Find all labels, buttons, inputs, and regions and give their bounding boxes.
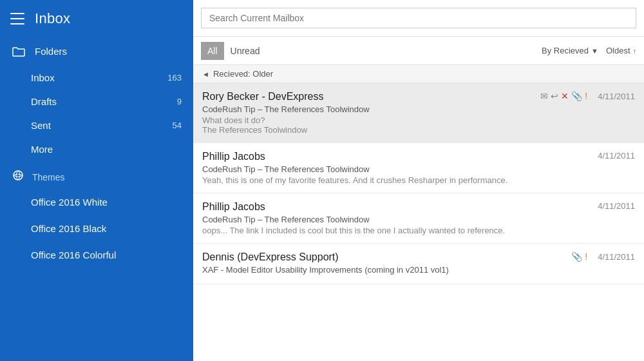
email-list: Rory Becker - DevExpress ✉ ↩ ✕ 📎 ! 4/11/… <box>193 83 644 361</box>
svg-point-0 <box>14 171 23 180</box>
sidebar-item-folders[interactable]: Folders <box>0 37 193 66</box>
more-label: More <box>31 144 53 155</box>
inbox-badge: 163 <box>167 73 182 83</box>
themes-section: Themes <box>0 161 193 189</box>
theme-colorful[interactable]: Office 2016 Colorful <box>0 242 193 268</box>
attachment-icon[interactable]: 📎 <box>571 91 582 101</box>
received-arrow-icon: ◄ <box>202 70 209 78</box>
filter-buttons: All Unread <box>201 42 266 60</box>
email-subject: CodeRush Tip – The References Toolwindow <box>202 215 635 224</box>
filter-all-button[interactable]: All <box>201 42 224 60</box>
sort-controls: By Recieved ▼ Oldest ↑ <box>542 46 636 55</box>
filter-unread-button[interactable]: Unread <box>224 42 267 60</box>
sidebar-item-inbox[interactable]: Inbox 163 <box>0 66 193 90</box>
folders-label: Folders <box>35 46 67 57</box>
email-action-icons: ✉ ↩ ✕ 📎 ! <box>540 91 587 101</box>
email-action-icons: 📎 ! <box>571 251 587 262</box>
received-label: Recieved: Older <box>213 69 273 79</box>
email-item[interactable]: Phillip Jacobs 4/11/2011 CodeRush Tip – … <box>193 143 644 193</box>
themes-label: Themes <box>32 172 65 182</box>
hamburger-menu-button[interactable] <box>10 13 24 24</box>
sent-label: Sent <box>31 120 51 131</box>
email-preview: oops... The link I included is cool but … <box>202 226 635 235</box>
search-bar <box>193 0 644 37</box>
folder-icon <box>12 46 26 57</box>
email-sender: Dennis (DevExpress Support) <box>202 251 339 263</box>
sort-order-label: Oldest <box>606 46 630 55</box>
inbox-label: Inbox <box>31 72 55 83</box>
email-sender: Rory Becker - DevExpress <box>202 91 324 102</box>
email-item[interactable]: Rory Becker - DevExpress ✉ ↩ ✕ 📎 ! 4/11/… <box>193 83 644 143</box>
sidebar-item-sent[interactable]: Sent 54 <box>0 113 193 137</box>
main-panel: All Unread By Recieved ▼ Oldest ↑ ◄ Reci… <box>193 0 644 361</box>
sidebar-item-more[interactable]: More <box>0 137 193 161</box>
email-preview: What does it do?The References Toolwindo… <box>202 115 635 135</box>
email-item[interactable]: Dennis (DevExpress Support) 📎 ! 4/11/201… <box>193 244 644 284</box>
email-sender: Phillip Jacobs <box>202 201 265 213</box>
sidebar-header: Inbox <box>0 0 193 37</box>
received-header: ◄ Recieved: Older <box>193 65 644 83</box>
filter-bar: All Unread By Recieved ▼ Oldest ↑ <box>193 37 644 65</box>
sort-order-arrow[interactable]: ↑ <box>633 47 637 55</box>
sidebar-title: Inbox <box>35 10 70 27</box>
sort-by-arrow[interactable]: ▼ <box>591 47 598 55</box>
email-preview: Yeah, this is one of my favorite feature… <box>202 175 635 185</box>
email-sender: Phillip Jacobs <box>202 151 265 162</box>
email-date: 4/11/2011 <box>598 92 635 101</box>
email-date: 4/11/2011 <box>598 151 635 161</box>
flag-icon[interactable]: ! <box>585 251 587 262</box>
email-date: 4/11/2011 <box>598 252 635 262</box>
sidebar-item-drafts[interactable]: Drafts 9 <box>0 90 193 113</box>
delete-icon[interactable]: ✕ <box>561 91 569 101</box>
reply-icon[interactable]: ✉ <box>540 91 548 101</box>
sidebar: Inbox Folders Inbox 163 Drafts 9 Sent 54… <box>0 0 193 361</box>
search-input[interactable] <box>201 8 636 28</box>
email-date: 4/11/2011 <box>598 201 635 211</box>
sent-badge: 54 <box>173 121 182 130</box>
email-item[interactable]: Phillip Jacobs 4/11/2011 CodeRush Tip – … <box>193 193 644 244</box>
theme-white[interactable]: Office 2016 White <box>0 189 193 215</box>
email-subject: CodeRush Tip – The References Toolwindow <box>202 104 635 114</box>
attachment-icon[interactable]: 📎 <box>571 251 582 262</box>
sort-by-label: By Recieved <box>542 46 589 55</box>
drafts-label: Drafts <box>31 96 57 107</box>
theme-black[interactable]: Office 2016 Black <box>0 215 193 242</box>
flag-icon[interactable]: ! <box>585 91 587 101</box>
email-subject: XAF - Model Editor Usability Improvement… <box>202 265 635 275</box>
email-subject: CodeRush Tip – The References Toolwindow <box>202 164 635 174</box>
drafts-badge: 9 <box>177 97 182 106</box>
forward-icon[interactable]: ↩ <box>551 91 558 101</box>
themes-icon <box>12 169 24 185</box>
